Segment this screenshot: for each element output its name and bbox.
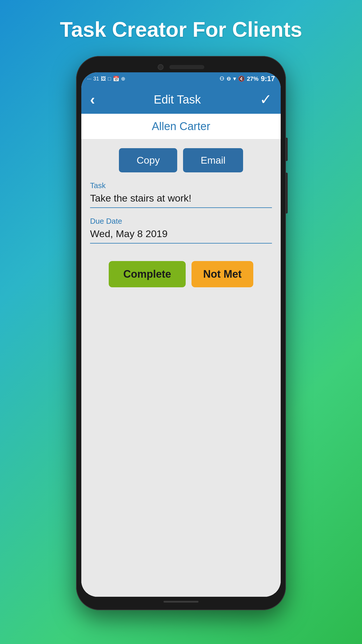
calendar-status-icon: 31 bbox=[93, 76, 99, 82]
nav-bar: ‹ Edit Task ✓ bbox=[81, 85, 281, 114]
power-button bbox=[286, 138, 288, 161]
status-buttons: Complete Not Met bbox=[81, 252, 281, 296]
dnd-icon: ⊖ bbox=[226, 76, 231, 82]
earpiece-speaker bbox=[169, 65, 204, 69]
back-button[interactable]: ‹ bbox=[90, 92, 95, 107]
status-time: 9:17 bbox=[261, 75, 275, 83]
copy-button[interactable]: Copy bbox=[119, 148, 177, 172]
globe-icon: ⊕ bbox=[121, 76, 125, 82]
action-buttons: Copy Email bbox=[81, 139, 281, 178]
silent-icon: 🔇 bbox=[238, 76, 245, 82]
email-button[interactable]: Email bbox=[183, 148, 243, 172]
due-date-label: Due Date bbox=[90, 217, 272, 226]
volume-button bbox=[286, 173, 288, 214]
phone-device: ··· 31 🖼 □ 📅 ⊕ ⚇ ⊖ ▾ 🔇 27% 9:17 ‹ Edit T… bbox=[76, 56, 286, 610]
due-date-field-group: Due Date Wed, May 8 2019 bbox=[90, 217, 272, 244]
client-name-section: Allen Carter bbox=[81, 114, 281, 139]
phone-bottom bbox=[81, 597, 281, 605]
task-label: Task bbox=[90, 181, 272, 190]
image-status-icon: 🖼 bbox=[101, 76, 106, 82]
square-icon: □ bbox=[108, 76, 111, 82]
due-date-value[interactable]: Wed, May 8 2019 bbox=[90, 228, 272, 244]
nav-title: Edit Task bbox=[154, 93, 201, 106]
status-bar: ··· 31 🖼 □ 📅 ⊕ ⚇ ⊖ ▾ 🔇 27% 9:17 bbox=[81, 72, 281, 85]
complete-button[interactable]: Complete bbox=[109, 261, 186, 287]
notification-icon: ··· bbox=[87, 76, 92, 82]
task-field-section: Task Take the stairs at work! Due Date W… bbox=[81, 178, 281, 252]
content-area: Allen Carter Copy Email Task Take the st… bbox=[81, 114, 281, 597]
phone-screen: ··· 31 🖼 □ 📅 ⊕ ⚇ ⊖ ▾ 🔇 27% 9:17 ‹ Edit T… bbox=[81, 72, 281, 597]
calendar2-icon: 📅 bbox=[113, 76, 119, 82]
task-value[interactable]: Take the stairs at work! bbox=[90, 192, 272, 208]
save-button[interactable]: ✓ bbox=[260, 91, 272, 108]
phone-top-hardware bbox=[81, 61, 281, 72]
front-camera bbox=[158, 64, 164, 70]
bluetooth-icon: ⚇ bbox=[219, 76, 224, 82]
wifi-icon: ▾ bbox=[233, 76, 236, 82]
client-name: Allen Carter bbox=[152, 120, 210, 132]
empty-content bbox=[81, 296, 281, 597]
battery-percent: 27% bbox=[247, 76, 259, 82]
home-indicator bbox=[164, 601, 198, 603]
not-met-button[interactable]: Not Met bbox=[191, 261, 253, 287]
task-field-group: Task Take the stairs at work! bbox=[90, 181, 272, 208]
status-bar-left: ··· 31 🖼 □ 📅 ⊕ bbox=[87, 76, 125, 82]
status-bar-right: ⚇ ⊖ ▾ 🔇 27% 9:17 bbox=[219, 75, 275, 83]
app-title: Task Creator For Clients bbox=[60, 18, 302, 41]
